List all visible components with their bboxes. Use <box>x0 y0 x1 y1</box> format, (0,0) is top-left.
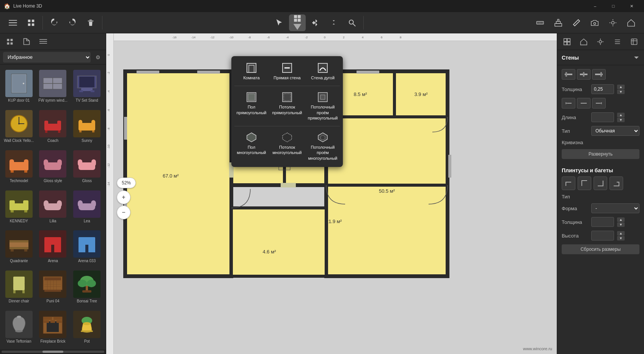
list-item[interactable]: Arena <box>37 228 69 266</box>
right-icon-5[interactable] <box>627 35 641 49</box>
ruler-btn[interactable] <box>532 14 548 31</box>
camera-btn[interactable] <box>586 14 603 31</box>
baseboard-shape-select[interactable]: - <box>591 203 639 213</box>
item-label: TV Set Stand <box>75 98 98 103</box>
svg-rect-85 <box>13 283 25 290</box>
list-item[interactable]: TV Set Stand <box>71 68 103 105</box>
close-btn[interactable]: ✕ <box>623 0 640 12</box>
list-item[interactable]: Fireplace Brick <box>37 308 69 346</box>
baseboard-height-input[interactable] <box>591 231 614 241</box>
list-item[interactable]: Coach <box>37 108 69 146</box>
list-item[interactable]: Bonsai Tree <box>71 268 103 306</box>
redo-btn[interactable] <box>64 14 81 31</box>
baseboard-height-decrement[interactable]: ▼ <box>617 236 625 241</box>
left-library-btn[interactable] <box>3 35 17 49</box>
pan-btn[interactable] <box>325 14 342 31</box>
popup-room[interactable]: Комната <box>234 59 269 83</box>
list-item[interactable]: KENNEDY <box>3 188 35 226</box>
panel-expand-icon[interactable] <box>633 55 639 61</box>
svg-rect-64 <box>9 200 15 207</box>
svg-rect-65 <box>23 200 28 207</box>
undo-btn[interactable] <box>46 14 63 31</box>
popup-ceil-hole-rect[interactable]: Потолочный проём прямоугольный <box>306 88 340 124</box>
right-icon-1[interactable] <box>560 35 574 49</box>
baseboard-type-2[interactable] <box>578 176 591 190</box>
popup-floor-poly[interactable]: Пол многоугольный <box>234 129 269 164</box>
canvas-area[interactable]: -16 -14 -12 -10 -8 -6 -4 -2 0 2 4 6 8 0 … <box>106 33 557 354</box>
svg-text:-8: -8 <box>107 127 110 131</box>
right-icon-4[interactable] <box>611 35 624 49</box>
popup-floor-rect[interactable]: Пол прямоугольный <box>234 88 269 124</box>
list-item[interactable]: Arena 033 <box>71 228 103 266</box>
left-list-btn[interactable] <box>36 35 50 49</box>
zoom-in-btn[interactable]: + <box>117 190 130 204</box>
svg-rect-109 <box>53 317 62 320</box>
svg-text:67.0 м²: 67.0 м² <box>163 173 179 179</box>
list-item[interactable]: Techmodel <box>3 148 35 186</box>
list-item[interactable]: Lilia <box>37 188 69 226</box>
svg-rect-98 <box>44 290 61 292</box>
length-decrement[interactable]: ▼ <box>617 118 625 122</box>
align-btn-3[interactable] <box>592 69 606 80</box>
popup-ceil-poly[interactable]: Потолок многоугольный <box>270 129 304 164</box>
length-input[interactable] <box>591 112 614 122</box>
align-btn-1[interactable] <box>562 69 575 80</box>
list-item[interactable]: Gloss style <box>37 148 69 186</box>
left-edit-btn[interactable] <box>20 35 33 49</box>
baseboard-type-1[interactable] <box>562 176 575 190</box>
left-panel-scrollbar[interactable] <box>0 349 106 354</box>
thickness-input[interactable] <box>591 84 614 94</box>
measure-btn[interactable] <box>307 14 324 31</box>
list-item[interactable]: FW symm wind... <box>37 68 69 105</box>
wall-dir-btn-3[interactable] <box>592 98 606 109</box>
minimize-btn[interactable]: – <box>586 0 604 12</box>
list-item[interactable]: Pot <box>71 308 103 346</box>
thickness-decrement[interactable]: ▼ <box>617 90 625 94</box>
popup-arc-wall[interactable]: Стена дугой <box>306 59 340 83</box>
structure-btn[interactable] <box>550 14 567 31</box>
popup-ceil-hole-poly[interactable]: Потолочный проём многоугольный <box>306 129 340 164</box>
pencil-btn[interactable] <box>568 14 585 31</box>
build-btn[interactable] <box>289 14 306 31</box>
trash-btn[interactable] <box>82 14 99 31</box>
list-item[interactable]: Gloss <box>71 148 103 186</box>
right-icon-2[interactable] <box>577 35 591 49</box>
baseboard-thickness-decrement[interactable]: ▼ <box>617 222 625 227</box>
settings-gear-btn[interactable]: ⚙ <box>93 52 103 62</box>
svg-rect-167 <box>137 71 159 74</box>
sun-btn[interactable] <box>605 14 621 31</box>
svg-rect-87 <box>13 290 16 293</box>
maximize-btn[interactable]: □ <box>605 0 622 12</box>
zoom-out-btn[interactable]: − <box>117 206 130 219</box>
thickness-increment[interactable]: ▲ <box>617 85 625 89</box>
library-btn[interactable] <box>23 14 39 31</box>
popup-straight-wall[interactable]: Прямая стена <box>270 59 304 83</box>
wall-dir-btn-2[interactable] <box>577 98 591 109</box>
list-item[interactable]: Puni 04 <box>37 268 69 306</box>
list-item[interactable]: Vase Teftonian <box>3 308 35 346</box>
align-btn-2[interactable] <box>577 69 591 80</box>
reset-sizes-btn[interactable]: Сбросить размеры <box>562 244 639 254</box>
baseboard-height-increment[interactable]: ▲ <box>617 231 625 236</box>
list-item[interactable]: KUP door 01 <box>3 68 35 105</box>
list-item[interactable]: Lea <box>71 188 103 226</box>
baseboard-type-3[interactable] <box>594 176 607 190</box>
right-icon-3[interactable] <box>594 35 607 49</box>
baseboard-thickness-input[interactable] <box>591 217 614 227</box>
list-item[interactable]: Dinner chair <box>3 268 35 306</box>
baseboard-type-4[interactable] <box>609 176 623 190</box>
popup-ceil-rect[interactable]: Потолок прямоугольный <box>270 88 304 124</box>
list-item[interactable]: Quadrante <box>3 228 35 266</box>
length-increment[interactable]: ▲ <box>617 113 625 117</box>
menu-btn[interactable] <box>5 14 21 31</box>
baseboard-thickness-increment[interactable]: ▲ <box>617 217 625 222</box>
wall-dir-btn-1[interactable] <box>562 98 575 109</box>
category-select[interactable]: Избранное <box>3 52 91 63</box>
search-zoom-btn[interactable] <box>344 14 360 31</box>
type-select[interactable]: Обычная <box>591 126 639 136</box>
list-item[interactable]: Sunny <box>71 108 103 146</box>
cursor-btn[interactable] <box>271 14 287 31</box>
list-item[interactable]: Wall Clock Yello... <box>3 108 35 146</box>
expand-btn[interactable]: Развернуть <box>562 149 639 159</box>
home3d-btn[interactable] <box>623 14 639 31</box>
